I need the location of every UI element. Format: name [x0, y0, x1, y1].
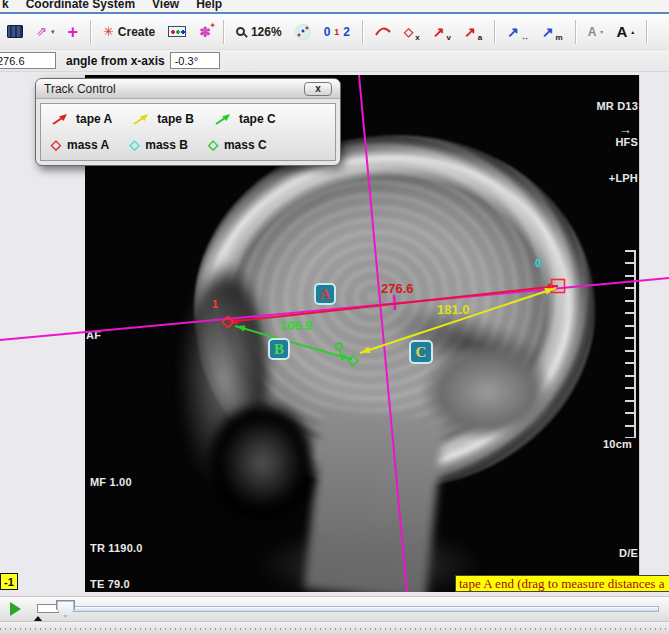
tape-length-field[interactable]: 276.6	[0, 52, 56, 69]
track-item-mass-a[interactable]: ◇ mass A	[51, 138, 109, 152]
axes-icon: +	[67, 27, 78, 37]
track-item-tape-c[interactable]: tape C	[214, 112, 276, 126]
tape-yellow-right-arrowhead	[544, 288, 554, 294]
film-icon	[7, 25, 23, 38]
status-hint: tape A end (drag to measure distances a	[455, 575, 669, 592]
angle-field[interactable]: -0.3°	[170, 52, 220, 69]
track-control-window[interactable]: Track Control x tape A tape B tape C ◇	[35, 78, 341, 166]
table-divider-strip[interactable]	[0, 621, 669, 634]
font-smaller-label: A	[588, 25, 597, 39]
toolbar-separator	[223, 20, 224, 44]
star-icon: ✳	[103, 25, 114, 38]
mass-diamond-icon: ◇	[208, 140, 218, 150]
vector-m-arrow-icon: ↗	[542, 24, 554, 40]
track-item-label: mass A	[67, 138, 109, 152]
step-zero: 0	[324, 25, 331, 39]
tape-a-readout: 276.6	[381, 281, 414, 296]
x-axis-unit-tick[interactable]	[394, 295, 395, 310]
calibration-button[interactable]	[165, 18, 189, 46]
axes-button[interactable]: +	[64, 18, 81, 46]
tape-green-pin-stick	[340, 350, 343, 360]
track-control-body: tape A tape B tape C ◇ mass A ◇ mass B	[40, 103, 336, 161]
track-item-label: mass B	[145, 138, 188, 152]
show-marks-button[interactable]	[292, 18, 314, 46]
chevron-down-icon: ▾	[51, 28, 55, 36]
tape-arrow-icon	[214, 112, 233, 126]
vector-x-arrow-icon: ↗	[507, 24, 519, 40]
close-button[interactable]: x	[304, 82, 332, 96]
tape-yellow-left-arrowhead	[361, 347, 371, 354]
track-item-tape-a[interactable]: tape A	[51, 112, 112, 126]
y-axis-line[interactable]	[359, 75, 407, 592]
vector-x-sub-label: ↔	[521, 33, 529, 42]
track-item-label: tape C	[239, 112, 276, 126]
angle-from-x-axis-label: angle from x-axis	[66, 54, 165, 68]
track-control-title: Track Control	[44, 82, 116, 96]
clip-in-marker[interactable]	[37, 604, 59, 613]
caret-down-icon: ▾	[600, 28, 603, 35]
track-item-label: tape B	[157, 112, 194, 126]
tape-green-pin-head	[336, 343, 343, 350]
track-item-mass-c[interactable]: ◇ mass C	[208, 138, 267, 152]
marks-icon	[295, 24, 311, 40]
tape-green-end-diamond[interactable]	[348, 356, 358, 366]
acceleration-arrow-icon: ↗	[464, 24, 476, 40]
vector-m-sub-label: m	[556, 33, 563, 42]
player-slider-track[interactable]	[37, 606, 659, 612]
font-bigger-button[interactable]: A▴	[613, 18, 637, 46]
zoom-level: 126%	[251, 25, 282, 39]
vector-m-button[interactable]: ↗ m	[539, 18, 566, 46]
track-label-a[interactable]: A	[314, 283, 336, 305]
track-item-mass-b[interactable]: ◇ mass B	[129, 138, 188, 152]
trail-curve-icon	[375, 26, 391, 37]
tape-green-left-arrowhead	[236, 325, 246, 331]
player-slider-thumb[interactable]	[56, 600, 75, 617]
open-video-button[interactable]	[4, 18, 26, 46]
velocity-button[interactable]: ↗ v	[430, 18, 454, 46]
step-two: 2	[343, 25, 350, 39]
step-numbers-button[interactable]: 012	[321, 18, 353, 46]
mass-diamond-icon: ◇	[129, 140, 139, 150]
clip-settings-button[interactable]: ✽✦	[196, 18, 214, 46]
toolbar-separator	[646, 20, 647, 44]
tape-arrow-icon	[51, 112, 70, 126]
trails-button[interactable]	[372, 18, 394, 46]
vector-x-button[interactable]: ↗ ↔	[504, 18, 532, 46]
track-control-titlebar[interactable]: Track Control x	[36, 79, 340, 99]
track-icon: ⇗	[36, 25, 47, 38]
measure-bar: 276.6 angle from x-axis -0.3°	[0, 50, 669, 72]
video-viewport: MR D13 HFS +LPH → AF MF 1.00 TR 1190.0 T…	[0, 72, 669, 596]
font-bigger-label: A	[616, 23, 627, 40]
track-label-b[interactable]: B	[268, 338, 290, 360]
tape-green-readout: 106.9	[280, 318, 313, 333]
magnifier-icon	[236, 27, 245, 36]
tracker-app-window: k Coordinate System View Help ⇗ ▾ + ✳ Cr…	[0, 0, 669, 634]
step-number-right: 0	[535, 257, 541, 269]
menu-item-help[interactable]: Help	[196, 0, 222, 11]
play-button[interactable]	[10, 602, 21, 616]
toolbar-separator	[90, 20, 91, 44]
velocity-arrow-icon: ↗	[433, 24, 445, 40]
font-smaller-button[interactable]: A▾	[585, 18, 607, 46]
track-menu-button[interactable]: ⇗ ▾	[33, 18, 57, 46]
positions-sub-label: x	[415, 33, 419, 42]
velocity-sub-label: v	[446, 33, 450, 42]
tape-yellow-readout: 181.0	[437, 302, 470, 317]
track-label-c[interactable]: C	[409, 340, 433, 364]
create-button-label: Create	[118, 25, 155, 39]
step-one: 1	[334, 27, 339, 37]
menu-bar: k Coordinate System View Help	[0, 0, 669, 12]
positions-button[interactable]: ◇ x	[401, 18, 423, 46]
track-item-tape-b[interactable]: tape B	[132, 112, 194, 126]
create-button[interactable]: ✳ Create	[100, 18, 158, 46]
calibration-icon	[168, 26, 186, 37]
player-bar	[0, 596, 669, 621]
menu-item-view[interactable]: View	[152, 0, 179, 11]
acceleration-sub-label: a	[478, 33, 482, 42]
menu-item-coordinate-system[interactable]: Coordinate System	[26, 0, 135, 11]
step-number-left: 1	[212, 298, 218, 310]
zoom-button[interactable]: 126%	[233, 18, 285, 46]
menu-item-track[interactable]: k	[2, 0, 9, 11]
acceleration-button[interactable]: ↗ a	[461, 18, 485, 46]
clip-settings-icon: ✽✦	[199, 25, 211, 39]
